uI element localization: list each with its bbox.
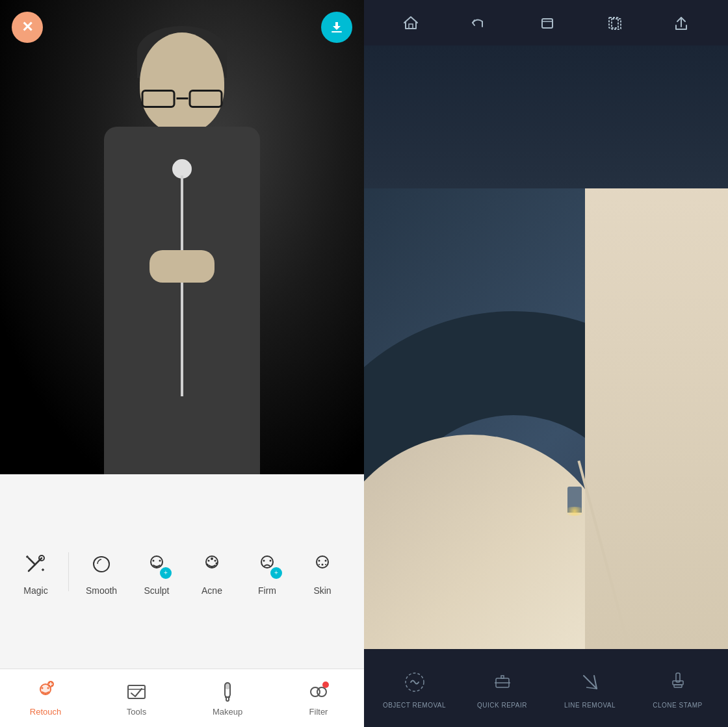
svg-point-20: [317, 556, 328, 568]
tool-magic[interactable]: Magic: [10, 541, 62, 602]
sculpt-label: Sculpt: [144, 585, 170, 596]
home-icon: [402, 14, 420, 32]
tool-quick-repair[interactable]: QUICK REPAIR: [458, 668, 546, 709]
bottom-nav: Retouch Tools: [0, 669, 364, 727]
tool-acne[interactable]: Acne: [186, 541, 238, 602]
makeup-nav-icon: [216, 680, 239, 704]
layers-icon: [604, 14, 623, 32]
object-removal-label: OBJECT REMOVAL: [383, 702, 446, 709]
tool-sculpt[interactable]: + Sculpt: [131, 541, 183, 602]
svg-point-22: [325, 559, 327, 561]
svg-point-17: [261, 556, 273, 568]
undo-icon: [469, 14, 488, 32]
tool-object-removal[interactable]: OBJECT REMOVAL: [370, 668, 458, 709]
retouch-nav-icon: [34, 680, 57, 704]
toolbar-layers[interactable]: [599, 8, 628, 37]
tools-scroll: Magic Smooth: [0, 474, 364, 669]
svg-rect-0: [332, 31, 342, 32]
right-panel: OBJECT REMOVAL QUICK REPAIR LINE REM: [364, 0, 728, 727]
nav-filter[interactable]: Filter: [273, 674, 364, 723]
svg-point-13: [214, 559, 216, 561]
tool-skin[interactable]: Skin: [296, 541, 348, 602]
svg-rect-54: [674, 685, 682, 687]
quick-repair-label: QUICK REPAIR: [477, 702, 527, 709]
nav-retouch[interactable]: Retouch: [0, 674, 91, 723]
svg-point-9: [153, 559, 155, 561]
svg-rect-41: [409, 24, 413, 29]
toolbar-home[interactable]: [396, 8, 425, 37]
clone-stamp-label: CLONE STAMP: [653, 702, 702, 709]
svg-rect-53: [673, 681, 683, 685]
filter-nav-label: Filter: [309, 707, 328, 717]
tool-divider: [68, 552, 69, 591]
quick-repair-icon: [488, 668, 517, 696]
tools-nav-label: Tools: [127, 707, 146, 717]
svg-point-19: [270, 559, 272, 561]
sculpt-badge: +: [160, 567, 172, 579]
filter-dot: [322, 682, 329, 688]
svg-point-14: [211, 557, 213, 560]
right-image-area: [364, 45, 728, 649]
tool-firm[interactable]: + Firm: [241, 541, 293, 602]
firm-icon: +: [251, 548, 283, 580]
svg-rect-36: [225, 683, 230, 689]
glasses-bridge: [176, 97, 188, 99]
svg-point-15: [216, 562, 218, 564]
svg-point-28: [42, 687, 44, 689]
sculpt-icon: +: [140, 548, 173, 580]
toolbar-undo[interactable]: [464, 8, 493, 37]
left-panel: ✕: [0, 0, 364, 727]
svg-line-2: [29, 558, 35, 565]
svg-rect-42: [542, 19, 552, 28]
magic-label: Magic: [23, 585, 47, 596]
svg-rect-33: [128, 685, 145, 698]
download-button[interactable]: [321, 12, 352, 43]
lamp-glow: [563, 507, 586, 516]
glasses-left: [142, 90, 176, 108]
filter-nav-icon: [307, 680, 330, 704]
tool-line-removal[interactable]: LINE REMOVAL: [546, 668, 634, 709]
svg-point-23: [322, 563, 324, 565]
retouch-nav-label: Retouch: [30, 707, 61, 717]
magic-icon: [20, 548, 52, 580]
flower-stem: [181, 175, 183, 396]
close-button[interactable]: ✕: [12, 12, 43, 43]
toolbar-redo[interactable]: [532, 8, 560, 37]
clone-stamp-icon: [664, 668, 692, 696]
photo-area: ✕: [0, 0, 364, 474]
svg-point-29: [47, 687, 49, 689]
redo-icon: [537, 14, 555, 32]
tool-smooth[interactable]: Smooth: [75, 541, 127, 602]
close-icon: ✕: [21, 20, 33, 34]
svg-point-24: [318, 564, 320, 565]
nav-tools[interactable]: Tools: [91, 674, 182, 723]
tools-nav-icon: [125, 680, 148, 704]
arch-image: [364, 45, 728, 649]
svg-point-18: [263, 559, 265, 561]
acne-label: Acne: [202, 585, 222, 596]
right-bottom-tools: OBJECT REMOVAL QUICK REPAIR LINE REM: [364, 649, 728, 727]
svg-point-25: [325, 564, 326, 565]
svg-rect-38: [226, 697, 229, 701]
smooth-icon: [85, 548, 118, 580]
skin-icon: [306, 548, 339, 580]
line-removal-label: LINE REMOVAL: [564, 702, 616, 709]
svg-point-10: [159, 559, 161, 561]
share-icon: [672, 14, 690, 32]
makeup-nav-label: Makeup: [213, 707, 242, 717]
smooth-label: Smooth: [86, 585, 117, 596]
sculpt-badge-icon: +: [164, 569, 168, 576]
right-toolbar: [364, 0, 728, 45]
line-removal-icon: [576, 668, 604, 696]
tools-area: Magic Smooth: [0, 474, 364, 727]
svg-point-12: [208, 559, 210, 561]
firm-label: Firm: [258, 585, 276, 596]
toolbar-share[interactable]: [667, 8, 696, 37]
nav-makeup[interactable]: Makeup: [182, 674, 273, 723]
glasses: [142, 90, 223, 109]
photo-background: [0, 0, 364, 474]
svg-point-40: [317, 687, 326, 696]
svg-point-21: [318, 559, 320, 561]
head: [140, 32, 224, 133]
tool-clone-stamp[interactable]: CLONE STAMP: [634, 668, 722, 709]
